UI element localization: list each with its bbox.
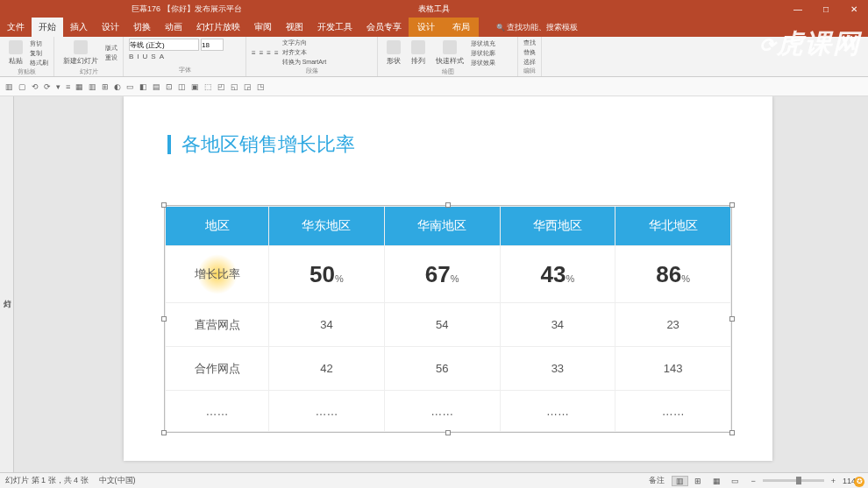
qat-icon[interactable]: ⟳ [44, 82, 51, 91]
copy-button[interactable]: 复制 [30, 49, 48, 58]
qat-icon[interactable]: ◱ [231, 82, 238, 91]
bold-button[interactable]: B [129, 53, 133, 60]
reset-button[interactable]: 重设 [105, 53, 117, 62]
table-cell[interactable]: 直营网点 [166, 303, 269, 347]
smartart-button[interactable]: 转换为 SmartArt [282, 58, 327, 67]
maximize-button[interactable]: □ [812, 4, 840, 14]
resize-handle-mr[interactable] [729, 316, 735, 322]
table-cell[interactable]: …… [615, 391, 731, 432]
slide-canvas[interactable]: 各地区销售增长比率 地区 华东地区 华南地区 华西地区 华北地区 [14, 96, 868, 472]
qat-icon[interactable]: ▥ [89, 82, 96, 91]
qat-icon[interactable]: ◧ [139, 82, 147, 91]
table-cell[interactable]: …… [384, 391, 500, 432]
replace-button[interactable]: 替换 [523, 48, 536, 57]
reading-view-button[interactable]: ▦ [708, 476, 725, 486]
data-table[interactable]: 地区 华东地区 华南地区 华西地区 华北地区 增长比率 50% 67% 43% … [165, 206, 731, 432]
resize-handle-ml[interactable] [161, 316, 167, 322]
align-left-button[interactable]: ≡ [252, 49, 256, 57]
language-indicator[interactable]: 中文(中国) [99, 475, 136, 486]
align-justify-button[interactable]: ≡ [274, 49, 279, 57]
strike-button[interactable]: S [151, 53, 155, 60]
tab-slideshow[interactable]: 幻灯片放映 [189, 18, 247, 37]
resize-handle-tm[interactable] [445, 202, 451, 208]
table-cell[interactable]: 34 [500, 303, 615, 347]
qat-icon[interactable]: ◐ [114, 82, 121, 91]
new-slide-button[interactable]: 新建幻灯片 [60, 39, 102, 67]
align-center-button[interactable]: ≡ [260, 49, 264, 57]
tab-table-layout[interactable]: 布局 [444, 18, 479, 37]
font-size-input[interactable] [201, 39, 224, 51]
side-panel-tab[interactable]: 幻灯片 [0, 96, 14, 472]
qat-icon[interactable]: ≡ [66, 82, 70, 91]
qat-icon[interactable]: ⊡ [166, 82, 173, 91]
notes-button[interactable]: 备注 [649, 475, 665, 486]
qat-icon[interactable]: ▢ [18, 82, 26, 91]
slide[interactable]: 各地区销售增长比率 地区 华东地区 华南地区 华西地区 华北地区 [124, 96, 772, 461]
table-cell[interactable]: 143 [615, 347, 731, 391]
qat-icon[interactable]: ◳ [257, 82, 265, 91]
table-header[interactable]: 华西地区 [500, 207, 615, 246]
table-header[interactable]: 华东地区 [269, 207, 385, 246]
table-cell[interactable]: 54 [384, 303, 500, 347]
slideshow-view-button[interactable]: ▭ [727, 476, 743, 486]
minimize-button[interactable]: — [784, 4, 812, 14]
table-selection[interactable]: 地区 华东地区 华南地区 华西地区 华北地区 增长比率 50% 67% 43% … [164, 205, 732, 433]
layout-button[interactable]: 版式 [105, 44, 117, 53]
zoom-slider[interactable] [763, 479, 824, 482]
font-name-input[interactable] [129, 39, 199, 51]
underline-button[interactable]: U [143, 53, 148, 60]
qat-icon[interactable]: ▤ [153, 82, 160, 91]
table-header[interactable]: 华北地区 [615, 207, 731, 246]
table-cell[interactable]: 86% [615, 246, 731, 303]
tab-transitions[interactable]: 切换 [126, 18, 158, 37]
tab-developer[interactable]: 开发工具 [310, 18, 359, 37]
sorter-view-button[interactable]: ⊞ [690, 476, 706, 486]
shapes-button[interactable]: 形状 [383, 39, 404, 67]
shape-effects-button[interactable]: 形状效果 [471, 59, 495, 67]
qat-icon[interactable]: ▦ [75, 82, 83, 91]
qat-icon[interactable]: ▥ [5, 82, 13, 91]
shape-fill-button[interactable]: 形状填充 [471, 39, 495, 48]
zoom-in-button[interactable]: + [831, 477, 836, 485]
resize-handle-tl[interactable] [161, 202, 167, 208]
qat-icon[interactable]: ◲ [244, 82, 252, 91]
qat-icon[interactable]: ⟲ [32, 82, 39, 91]
table-cell[interactable]: 42 [269, 347, 385, 391]
resize-handle-bm[interactable] [445, 430, 451, 435]
table-cell[interactable]: 合作网点 [166, 347, 269, 391]
table-cell[interactable]: …… [269, 391, 385, 432]
table-cell[interactable]: 增长比率 [166, 246, 269, 303]
table-header[interactable]: 地区 [166, 207, 269, 246]
qat-icon[interactable]: ⬚ [204, 82, 212, 91]
search-box[interactable]: 查找功能、搜索模板 [496, 22, 578, 33]
table-cell[interactable]: 56 [384, 347, 500, 391]
table-cell[interactable]: …… [166, 391, 269, 432]
resize-handle-tr[interactable] [729, 202, 735, 208]
font-color-button[interactable]: A [160, 53, 164, 60]
resize-handle-bl[interactable] [161, 430, 167, 435]
resize-handle-br[interactable] [729, 430, 735, 435]
table-cell[interactable]: 34 [269, 303, 385, 347]
text-direction-button[interactable]: 文字方向 [282, 39, 327, 47]
tab-table-design[interactable]: 设计 [409, 18, 444, 37]
table-cell[interactable]: 67% [384, 246, 500, 303]
qat-icon[interactable]: ◰ [217, 82, 225, 91]
align-text-button[interactable]: 对齐文本 [282, 48, 327, 57]
select-button[interactable]: 选择 [523, 58, 536, 67]
user-badge-icon[interactable]: ✪ [854, 477, 864, 487]
qat-icon[interactable]: ▭ [126, 82, 134, 91]
tab-review[interactable]: 审阅 [247, 18, 279, 37]
table-cell[interactable]: 33 [500, 347, 615, 391]
table-header[interactable]: 华南地区 [384, 207, 500, 246]
table-cell[interactable]: 23 [615, 303, 731, 347]
italic-button[interactable]: I [137, 53, 139, 60]
tab-home[interactable]: 开始 [32, 18, 63, 37]
table-cell[interactable]: 43% [500, 246, 615, 303]
table-cell[interactable]: …… [500, 391, 615, 432]
shape-outline-button[interactable]: 形状轮廓 [471, 49, 495, 58]
cut-button[interactable]: 剪切 [30, 39, 48, 48]
tab-member[interactable]: 会员专享 [359, 18, 409, 37]
qat-icon[interactable]: ▾ [56, 82, 60, 91]
tab-file[interactable]: 文件 [0, 18, 32, 37]
format-painter-button[interactable]: 格式刷 [30, 59, 48, 67]
